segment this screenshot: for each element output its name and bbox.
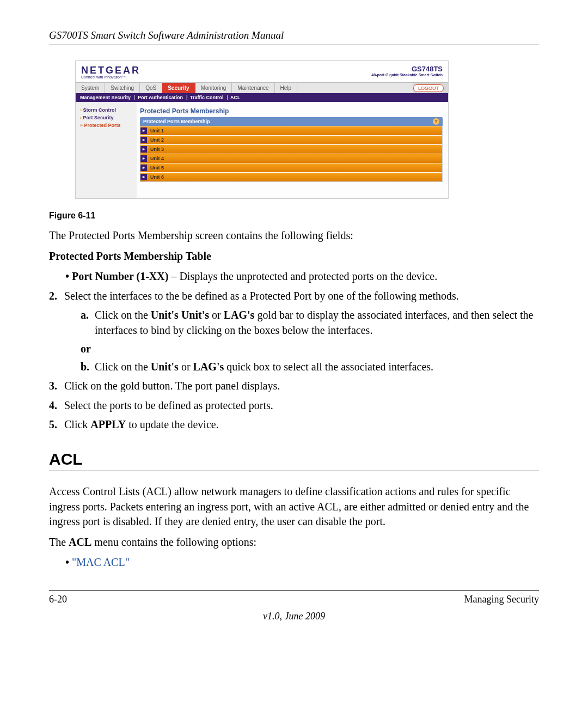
step-3: 3.Click on the gold button. The port pan… xyxy=(49,379,539,394)
sidebar: Storm Control Port Security Protected Po… xyxy=(76,102,137,198)
tab-system[interactable]: System xyxy=(76,83,105,93)
unit-label: Unit 5 xyxy=(150,165,164,171)
unit-row[interactable]: ▸Unit 2 xyxy=(140,135,442,144)
unit-label: Unit 3 xyxy=(150,147,164,152)
chevron-right-icon: ▸ xyxy=(140,165,147,171)
footer-version: v1.0, June 2009 xyxy=(49,611,539,622)
pane-title: Protected Ports Membership xyxy=(140,105,443,117)
or-separator: or xyxy=(81,343,539,355)
section-heading-acl: ACL xyxy=(49,450,539,471)
acl-paragraph: Access Control Lists (ACL) allow network… xyxy=(49,484,539,530)
sidebar-item-port-security[interactable]: Port Security xyxy=(78,114,134,121)
brand-tagline: Connect with Innovation™ xyxy=(81,75,140,79)
unit-label: Unit 6 xyxy=(150,174,164,180)
subtab-traffic-control[interactable]: Traffic Control xyxy=(190,95,224,100)
unit-row[interactable]: ▸Unit 6 xyxy=(140,172,442,181)
unit-row[interactable]: ▸Unit 1 xyxy=(140,126,442,135)
tab-switching[interactable]: Switching xyxy=(105,83,140,93)
figure-caption: Figure 6-11 xyxy=(49,211,539,221)
tab-help[interactable]: Help xyxy=(275,83,298,93)
chevron-right-icon: ▸ xyxy=(140,155,147,162)
chevron-right-icon: ▸ xyxy=(140,137,147,143)
intro-text: The Protected Ports Membership screen co… xyxy=(49,228,539,244)
subtab-port-authentication[interactable]: Port Authentication xyxy=(138,95,183,100)
tab-monitoring[interactable]: Monitoring xyxy=(195,83,232,93)
step-5: 5.Click APPLY to update the device. xyxy=(49,417,539,433)
chevron-right-icon: ▸ xyxy=(140,127,147,134)
page-footer: 6-20 Managing Security xyxy=(49,590,539,605)
step-2b: b.Click on the Unit's or LAG's quick box… xyxy=(81,360,539,375)
tab-security[interactable]: Security xyxy=(162,83,195,93)
brand-logo: NETGEAR xyxy=(81,65,140,75)
acl-menu-intro: The ACL menu contains the following opti… xyxy=(49,535,539,550)
sub-tab-bar: Management Security| Port Authentication… xyxy=(76,93,448,102)
footer-section: Managing Security xyxy=(464,594,539,605)
step-2: 2.Select the interfaces to the be define… xyxy=(49,289,539,304)
sidebar-item-storm-control[interactable]: Storm Control xyxy=(78,106,134,114)
logout-button[interactable]: LOGOUT xyxy=(413,84,444,92)
footer-page-number: 6-20 xyxy=(49,594,67,605)
unit-row[interactable]: ▸Unit 4 xyxy=(140,154,442,163)
unit-list: ▸Unit 1 ▸Unit 2 ▸Unit 3 ▸Unit 4 ▸Unit 5 … xyxy=(140,126,443,182)
unit-row[interactable]: ▸Unit 5 xyxy=(140,163,442,172)
step-4: 4.Select the ports to be defined as prot… xyxy=(49,398,539,413)
doc-header: GS700TS Smart Switch Software Administra… xyxy=(49,29,539,45)
unit-row[interactable]: ▸Unit 3 xyxy=(140,144,442,154)
unit-label: Unit 4 xyxy=(150,156,164,161)
chevron-right-icon: ▸ xyxy=(140,174,147,180)
chevron-right-icon: ▸ xyxy=(140,146,147,153)
tab-maintenance[interactable]: Maintenance xyxy=(232,83,274,93)
bullet-port-number: Port Number (1-XX) – Displays the unprot… xyxy=(65,269,539,284)
step-2a: a.Click on the Unit's Unit's or LAG's go… xyxy=(81,308,539,338)
sidebar-item-protected-ports[interactable]: Protected Ports xyxy=(78,121,134,129)
pane-subhead-label: Protected Ports Membership xyxy=(143,119,210,124)
help-icon[interactable]: ? xyxy=(433,118,439,125)
figure-screenshot: NETGEAR Connect with Innovation™ GS748TS… xyxy=(75,60,449,199)
unit-label: Unit 1 xyxy=(150,128,164,133)
subtab-management-security[interactable]: Management Security xyxy=(80,95,131,100)
subtab-acl[interactable]: ACL xyxy=(230,95,241,100)
model-description: 48-port Gigabit Stackable Smart Switch xyxy=(371,73,443,77)
pane-subhead: Protected Ports Membership ? xyxy=(140,117,443,126)
tab-qos[interactable]: QoS xyxy=(140,83,162,93)
table-heading: Protected Ports Membership Table xyxy=(49,249,539,264)
model-number: GS748TS xyxy=(371,65,443,73)
acl-link-mac[interactable]: "MAC ACL" xyxy=(65,555,539,570)
main-tab-bar: System Switching QoS Security Monitoring… xyxy=(76,82,448,93)
unit-label: Unit 2 xyxy=(150,137,164,143)
